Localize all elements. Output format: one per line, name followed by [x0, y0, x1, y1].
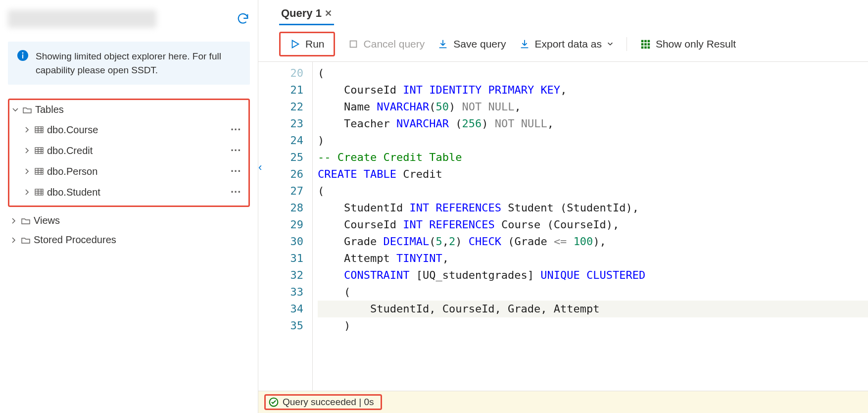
sprocs-label: Stored Procedures: [34, 234, 248, 246]
refresh-icon[interactable]: [236, 12, 250, 26]
status-highlight: Query succeeded | 0s: [264, 394, 382, 410]
tab-bar: Query 1 ✕: [258, 0, 868, 26]
table-name: dbo.Course: [47, 124, 231, 136]
tab-query-1[interactable]: Query 1 ✕: [279, 4, 334, 25]
download-icon: [437, 39, 448, 50]
object-explorer-sidebar: Showing limited object explorer here. Fo…: [0, 0, 258, 413]
chevron-right-icon: [23, 147, 31, 155]
svg-rect-12: [644, 43, 647, 46]
table-row[interactable]: dbo.Student···: [9, 182, 248, 203]
info-text: Showing limited object explorer here. Fo…: [36, 50, 241, 77]
info-icon: [17, 50, 29, 61]
more-icon[interactable]: ···: [231, 186, 241, 199]
more-icon[interactable]: ···: [231, 144, 241, 157]
grid-icon: [640, 39, 651, 50]
table-icon: [34, 146, 44, 155]
svg-rect-6: [35, 189, 43, 195]
save-query-button[interactable]: Save query: [437, 38, 506, 50]
folder-icon: [22, 105, 32, 115]
table-icon: [34, 125, 44, 135]
views-label: Views: [34, 215, 248, 226]
chevron-right-icon: [23, 167, 31, 175]
svg-rect-5: [35, 168, 43, 174]
run-button[interactable]: Run: [279, 32, 335, 56]
table-row[interactable]: dbo.Person···: [9, 161, 248, 182]
svg-rect-14: [641, 47, 644, 49]
tab-title: Query 1: [281, 7, 322, 20]
svg-rect-8: [641, 40, 644, 43]
close-icon[interactable]: ✕: [325, 8, 332, 19]
svg-rect-16: [648, 47, 650, 49]
chevron-right-icon: [23, 188, 31, 196]
svg-rect-15: [644, 47, 647, 49]
table-name: dbo.Credit: [47, 145, 231, 156]
object-tree: Tables dbo.Course···dbo.Credit···dbo.Per…: [8, 99, 250, 250]
tables-label: Tables: [35, 104, 246, 115]
export-label: Export data as: [535, 38, 602, 50]
info-banner: Showing limited object explorer here. Fo…: [8, 42, 250, 85]
code-area[interactable]: ( CourseId INT IDENTITY PRIMARY KEY, Nam…: [313, 62, 868, 391]
stop-icon: [348, 39, 359, 50]
tables-highlight: Tables dbo.Course···dbo.Credit···dbo.Per…: [8, 99, 250, 207]
chevron-right-icon: [10, 236, 18, 244]
svg-rect-11: [641, 43, 644, 46]
folder-icon: [21, 216, 31, 226]
table-name: dbo.Person: [47, 166, 231, 177]
code-editor[interactable]: ‹ 20212223242526272829303132333435 ( Cou…: [258, 62, 868, 391]
svg-rect-10: [648, 40, 650, 43]
chevron-right-icon: [23, 126, 31, 134]
svg-rect-4: [35, 148, 43, 154]
tree-tables[interactable]: Tables: [9, 100, 248, 119]
cancel-label: Cancel query: [364, 38, 425, 50]
toolbar-divider: [627, 37, 627, 51]
svg-point-2: [22, 52, 24, 54]
chevron-right-icon: [10, 217, 18, 225]
cancel-query-button: Cancel query: [348, 38, 425, 50]
svg-rect-9: [644, 40, 647, 43]
svg-rect-13: [648, 43, 650, 46]
more-icon[interactable]: ···: [231, 123, 241, 136]
play-icon: [289, 39, 300, 50]
download-icon: [519, 39, 530, 50]
tree-views[interactable]: Views: [8, 211, 250, 230]
svg-rect-3: [35, 127, 43, 133]
chevron-down-icon: [11, 106, 19, 114]
save-label: Save query: [453, 38, 506, 50]
table-row[interactable]: dbo.Credit···: [9, 140, 248, 161]
table-icon: [34, 166, 44, 176]
collapse-panel-icon[interactable]: ‹: [258, 161, 262, 174]
table-name: dbo.Student: [47, 187, 231, 198]
folder-icon: [21, 235, 31, 245]
toolbar: Run Cancel query Save query Export data …: [258, 26, 868, 62]
tree-stored-procedures[interactable]: Stored Procedures: [8, 230, 250, 250]
svg-rect-7: [350, 41, 356, 48]
success-icon: [269, 397, 279, 407]
show-result-label: Show only Result: [656, 38, 736, 50]
show-only-result-button[interactable]: Show only Result: [640, 38, 736, 50]
status-text: Query succeeded | 0s: [283, 397, 374, 408]
status-bar: Query succeeded | 0s: [258, 391, 868, 413]
main-panel: Query 1 ✕ Run Cancel query Save query Ex…: [258, 0, 868, 413]
run-label: Run: [305, 38, 325, 50]
more-icon[interactable]: ···: [231, 165, 241, 178]
database-name-blurred: [8, 10, 156, 28]
table-row[interactable]: dbo.Course···: [9, 119, 248, 140]
table-icon: [34, 187, 44, 197]
chevron-down-icon: [607, 41, 614, 48]
export-data-button[interactable]: Export data as: [519, 38, 614, 50]
line-gutter: 20212223242526272829303132333435: [273, 62, 313, 391]
svg-rect-1: [22, 54, 23, 58]
